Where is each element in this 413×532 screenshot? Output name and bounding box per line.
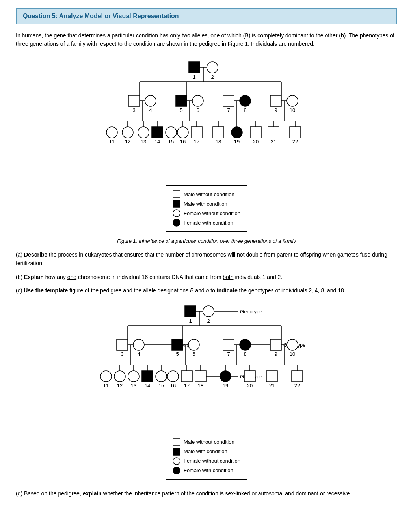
svg-rect-77 — [173, 200, 180, 207]
svg-point-41 — [122, 127, 133, 138]
svg-text:1: 1 — [189, 318, 192, 324]
svg-text:6: 6 — [192, 351, 195, 357]
question-c-open: (c) — [16, 287, 24, 294]
legend2-female-filled-icon — [173, 467, 180, 474]
svg-rect-143 — [195, 371, 206, 382]
svg-text:21: 21 — [269, 383, 275, 389]
svg-text:12: 12 — [125, 139, 130, 145]
svg-point-166 — [173, 467, 180, 474]
svg-rect-130 — [142, 371, 153, 382]
svg-rect-112 — [270, 339, 281, 350]
svg-rect-62 — [213, 127, 224, 138]
svg-point-19 — [192, 95, 203, 106]
legend2-item-male-empty: Male without condition — [173, 438, 240, 446]
svg-point-64 — [231, 127, 242, 138]
svg-text:17: 17 — [194, 139, 199, 145]
svg-point-108 — [240, 339, 251, 350]
question-c-text: figure of the pedigree and the allele de… — [68, 287, 217, 294]
svg-point-115 — [287, 339, 298, 350]
svg-text:2: 2 — [211, 74, 214, 80]
question-header: Question 5: Analyze Model or Visual Repr… — [16, 8, 397, 24]
svg-text:16: 16 — [170, 383, 176, 389]
svg-text:19: 19 — [223, 383, 228, 389]
svg-point-79 — [173, 219, 180, 226]
question-d: (d) Based on the pedigree, explain wheth… — [16, 489, 397, 498]
svg-point-128 — [128, 371, 139, 382]
svg-text:15: 15 — [158, 383, 164, 389]
svg-text:8: 8 — [244, 351, 246, 357]
svg-text:20: 20 — [253, 139, 259, 145]
question-d-bold: explain — [83, 490, 102, 497]
svg-text:17: 17 — [184, 383, 190, 389]
svg-rect-66 — [250, 127, 261, 138]
legend-1: Male without condition Male with conditi… — [16, 182, 397, 235]
svg-point-78 — [173, 210, 180, 217]
svg-rect-0 — [189, 62, 200, 73]
svg-text:7: 7 — [227, 107, 230, 113]
legend2-item-male-filled: Male with condition — [173, 448, 240, 456]
question-b-bold: Explain — [24, 274, 44, 280]
question-b-text3: individuals 1 and 2. — [234, 274, 283, 280]
question-title: Question 5: Analyze Model or Visual Repr… — [23, 13, 390, 20]
svg-text:11: 11 — [109, 139, 115, 145]
svg-point-83 — [203, 306, 214, 317]
svg-rect-16 — [176, 95, 187, 106]
legend-female-filled-label: Female with condition — [184, 220, 233, 226]
question-c-text2: the genotypes of individuals 2, 4, 8, an… — [238, 287, 346, 294]
intro-text: In humans, the gene that determines a pa… — [16, 32, 397, 48]
figure-1-caption: Figure 1. Inheritance of a particular co… — [16, 238, 397, 244]
svg-point-39 — [106, 127, 117, 138]
svg-text:19: 19 — [234, 139, 240, 145]
svg-point-29 — [287, 95, 298, 106]
svg-rect-164 — [173, 448, 180, 455]
svg-text:16: 16 — [180, 139, 186, 145]
svg-rect-55 — [191, 127, 202, 138]
svg-text:21: 21 — [271, 139, 276, 145]
svg-text:8: 8 — [244, 107, 246, 113]
svg-text:10: 10 — [290, 351, 295, 357]
question-c-bold: Use the template — [24, 287, 68, 294]
svg-rect-93 — [117, 339, 128, 350]
svg-text:15: 15 — [168, 139, 174, 145]
svg-point-126 — [114, 371, 125, 382]
svg-text:6: 6 — [196, 107, 199, 113]
svg-text:13: 13 — [141, 139, 146, 145]
legend-male-empty-icon — [173, 190, 180, 198]
svg-text:18: 18 — [198, 383, 203, 389]
legend-2: Male without condition Male with conditi… — [16, 430, 397, 483]
svg-text:13: 13 — [131, 383, 136, 389]
svg-rect-161 — [292, 371, 303, 382]
svg-rect-76 — [173, 191, 180, 198]
page: Question 5: Analyze Model or Visual Repr… — [0, 0, 413, 510]
svg-text:22: 22 — [292, 139, 298, 145]
legend2-female-filled-label: Female with condition — [184, 467, 233, 473]
pedigree-svg-2: 1 2 Genotype 3 4 Gen — [88, 300, 325, 426]
svg-point-96 — [133, 339, 144, 350]
question-a-text: the process in eukaryotes that ensures t… — [16, 251, 387, 266]
svg-rect-45 — [152, 127, 163, 138]
legend2-female-empty-icon — [173, 457, 180, 465]
svg-text:12: 12 — [117, 383, 123, 389]
svg-rect-21 — [223, 95, 234, 106]
svg-text:2: 2 — [207, 318, 210, 324]
question-c: (c) Use the template figure of the pedig… — [16, 286, 397, 295]
legend2-female-empty-label: Female without condition — [184, 458, 240, 464]
legend-female-filled-icon — [173, 219, 180, 227]
svg-point-53 — [177, 127, 188, 138]
svg-rect-105 — [223, 339, 234, 350]
svg-rect-72 — [268, 127, 279, 138]
legend2-male-filled-label: Male with condition — [184, 448, 227, 454]
legend2-item-female-empty: Female without condition — [173, 457, 240, 465]
legend2-male-empty-label: Male without condition — [184, 439, 234, 445]
svg-rect-100 — [172, 339, 183, 350]
svg-text:10: 10 — [290, 107, 295, 113]
question-b-underline-one: one — [67, 274, 76, 280]
svg-point-24 — [240, 95, 251, 106]
question-a-open: (a) — [16, 251, 24, 258]
svg-text:4: 4 — [137, 351, 140, 357]
legend2-male-empty-icon — [173, 438, 180, 446]
svg-text:9: 9 — [274, 351, 277, 357]
svg-text:Genotype: Genotype — [240, 309, 262, 314]
legend-female-empty-label: Female without condition — [184, 210, 240, 216]
svg-text:5: 5 — [176, 351, 179, 357]
